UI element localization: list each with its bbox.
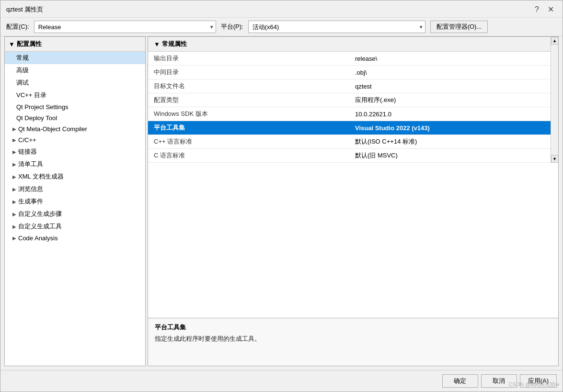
expand-icon: ▶ bbox=[12, 199, 16, 204]
sidebar-item-label: 链接器 bbox=[18, 147, 37, 156]
bottom-bar: 确定 取消 应用(A) bbox=[0, 370, 563, 392]
expand-icon: ▶ bbox=[12, 224, 16, 229]
expand-icon: ▶ bbox=[12, 162, 16, 167]
table-row[interactable]: 平台工具集Visual Studio 2022 (v143) bbox=[148, 121, 551, 135]
props-header-arrow: ▼ bbox=[154, 41, 160, 48]
sidebar-item-code-analysis[interactable]: ▶Code Analysis bbox=[5, 233, 145, 244]
watermark: CSDN @w风雨无阻w bbox=[509, 381, 559, 388]
props-table: 输出目录release\中间目录.obj\目标文件名qztest配置类型应用程序… bbox=[148, 52, 551, 163]
prop-value: .obj\ bbox=[349, 66, 551, 79]
config-manager-button[interactable]: 配置管理器(O)... bbox=[430, 21, 488, 33]
sidebar-item-label: 浏览信息 bbox=[18, 185, 43, 193]
expand-icon: ▶ bbox=[12, 137, 16, 143]
sidebar-item-label: C/C++ bbox=[18, 136, 36, 144]
sidebar-item-manifest[interactable]: ▶清单工具 bbox=[5, 158, 145, 170]
window-title: qztest 属性页 bbox=[6, 5, 43, 14]
sidebar-item-qt-project[interactable]: Qt Project Settings bbox=[5, 101, 145, 112]
sidebar-item-vc-dirs[interactable]: VC++ 目录 bbox=[5, 89, 145, 101]
expand-icon: ▶ bbox=[12, 235, 16, 241]
sidebar-item-label: Code Analysis bbox=[18, 235, 57, 242]
platform-select[interactable]: 活动(x64) bbox=[248, 21, 425, 33]
sidebar-item-custom-tool[interactable]: ▶自定义生成工具 bbox=[5, 220, 145, 233]
table-row[interactable]: Windows SDK 版本10.0.22621.0 bbox=[148, 107, 551, 121]
prop-name: Windows SDK 版本 bbox=[148, 107, 349, 121]
sidebar-item-label: 自定义生成工具 bbox=[18, 222, 62, 231]
sidebar-item-advanced[interactable]: 高级 bbox=[5, 64, 145, 77]
right-top: ▼ 常规属性 输出目录release\中间目录.obj\目标文件名qztest配… bbox=[148, 37, 558, 318]
desc-text: 指定生成此程序时要使用的生成工具。 bbox=[155, 335, 552, 343]
main-content: ▼ 配置属性 常规高级调试VC++ 目录Qt Project SettingsQ… bbox=[0, 36, 563, 370]
sidebar-item-general[interactable]: 常规 bbox=[5, 52, 145, 64]
platform-label: 平台(P): bbox=[221, 22, 243, 31]
sidebar-item-qt-deploy[interactable]: Qt Deploy Tool bbox=[5, 112, 145, 123]
sidebar-item-qt-meta[interactable]: ▶Qt Meta-Object Compiler bbox=[5, 123, 145, 134]
table-row[interactable]: 输出目录release\ bbox=[148, 52, 551, 66]
sidebar-item-debug[interactable]: 调试 bbox=[5, 77, 145, 89]
sidebar-item-label: XML 文档生成器 bbox=[18, 172, 64, 181]
platform-select-wrapper: 活动(x64) ▼ bbox=[248, 21, 425, 33]
prop-name: C 语言标准 bbox=[148, 149, 349, 163]
scroll-down-btn[interactable]: ▼ bbox=[551, 155, 559, 163]
sidebar-item-label: 生成事件 bbox=[18, 197, 43, 206]
table-row[interactable]: C 语言标准默认(旧 MSVC) bbox=[148, 149, 551, 163]
sidebar-item-custom-build[interactable]: ▶自定义生成步骤 bbox=[5, 208, 145, 220]
sidebar-item-xml-gen[interactable]: ▶XML 文档生成器 bbox=[5, 170, 145, 183]
sidebar-item-label: 清单工具 bbox=[18, 160, 43, 168]
expand-icon: ▶ bbox=[12, 187, 16, 192]
help-button[interactable]: ? bbox=[532, 4, 542, 15]
tree-header-label: 配置属性 bbox=[17, 40, 42, 48]
expand-icon: ▶ bbox=[12, 126, 16, 132]
toolbar: 配置(C): Release ▼ 平台(P): 活动(x64) ▼ 配置管理器(… bbox=[0, 18, 563, 36]
prop-value: release\ bbox=[349, 52, 551, 66]
table-row[interactable]: C++ 语言标准默认(ISO C++14 标准) bbox=[148, 135, 551, 149]
expand-icon: ▶ bbox=[12, 212, 16, 217]
left-panel: ▼ 配置属性 常规高级调试VC++ 目录Qt Project SettingsQ… bbox=[4, 36, 146, 366]
sidebar-item-cpp[interactable]: ▶C/C++ bbox=[5, 134, 145, 146]
title-bar: qztest 属性页 ? ✕ bbox=[0, 0, 563, 18]
desc-box: 平台工具集 指定生成此程序时要使用的生成工具。 bbox=[148, 318, 558, 366]
prop-value: qztest bbox=[349, 79, 551, 93]
prop-value: Visual Studio 2022 (v143) bbox=[349, 121, 551, 135]
prop-value: 默认(ISO C++14 标准) bbox=[349, 135, 551, 149]
close-button[interactable]: ✕ bbox=[545, 4, 557, 15]
prop-name: 目标文件名 bbox=[148, 79, 349, 93]
prop-name: 平台工具集 bbox=[148, 121, 349, 135]
prop-name: 中间目录 bbox=[148, 66, 349, 79]
tree-header-arrow: ▼ bbox=[9, 41, 15, 48]
prop-value: 10.0.22621.0 bbox=[349, 107, 551, 121]
scroll-up-btn[interactable]: ▲ bbox=[551, 37, 559, 45]
prop-name: 输出目录 bbox=[148, 52, 349, 66]
right-panel: ▼ 常规属性 输出目录release\中间目录.obj\目标文件名qztest配… bbox=[148, 36, 559, 366]
table-row[interactable]: 目标文件名qztest bbox=[148, 79, 551, 93]
tree-container: 常规高级调试VC++ 目录Qt Project SettingsQt Deplo… bbox=[5, 52, 145, 244]
expand-icon: ▶ bbox=[12, 149, 16, 155]
props-header-label: 常规属性 bbox=[162, 40, 187, 48]
props-header: ▼ 常规属性 bbox=[148, 37, 551, 52]
sidebar-item-build-events[interactable]: ▶生成事件 bbox=[5, 195, 145, 208]
tree-header: ▼ 配置属性 bbox=[5, 37, 145, 52]
sidebar-item-label: 自定义生成步骤 bbox=[18, 210, 62, 218]
sidebar-item-linker[interactable]: ▶链接器 bbox=[5, 146, 145, 158]
expand-icon: ▶ bbox=[12, 174, 16, 179]
prop-name: C++ 语言标准 bbox=[148, 135, 349, 149]
desc-title: 平台工具集 bbox=[155, 323, 552, 332]
window-controls: ? ✕ bbox=[532, 4, 557, 15]
prop-value: 默认(旧 MSVC) bbox=[349, 149, 551, 163]
config-label: 配置(C): bbox=[6, 22, 29, 31]
ok-button[interactable]: 确定 bbox=[442, 374, 478, 388]
sidebar-item-browse[interactable]: ▶浏览信息 bbox=[5, 183, 145, 195]
prop-value: 应用程序(.exe) bbox=[349, 93, 551, 107]
right-scrollbar[interactable]: ▲ ▼ bbox=[551, 37, 558, 163]
config-select[interactable]: Release bbox=[34, 21, 216, 33]
config-select-wrapper: Release ▼ bbox=[34, 21, 216, 33]
prop-name: 配置类型 bbox=[148, 93, 349, 107]
table-row[interactable]: 配置类型应用程序(.exe) bbox=[148, 93, 551, 107]
sidebar-item-label: Qt Meta-Object Compiler bbox=[18, 125, 87, 133]
table-row[interactable]: 中间目录.obj\ bbox=[148, 66, 551, 79]
